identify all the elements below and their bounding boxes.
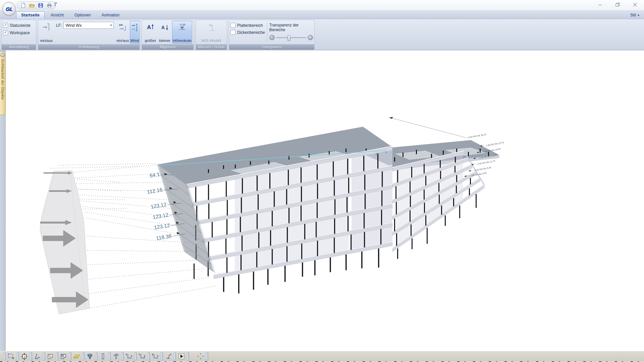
- chevron-down-icon: ▼: [637, 14, 640, 17]
- new-document-icon[interactable]: [20, 2, 26, 9]
- ribbon-tab-strip: Startseite Ansicht Optionen Animation St…: [0, 10, 644, 19]
- close-button[interactable]: [631, 1, 639, 8]
- kn-arrow-icon: kN: [118, 22, 127, 33]
- 3d-viewport[interactable]: 64.1112.16123.12123.12123.12118.38+2.60 …: [6, 50, 644, 351]
- toolbar-separator: [95, 352, 98, 360]
- toolbar-separator: [4, 352, 6, 360]
- minimize-button[interactable]: [596, 1, 604, 8]
- application-menu-button[interactable]: GL: [2, 2, 16, 15]
- transparency-plus-button[interactable]: +: [308, 35, 313, 40]
- visibility-panel-tab[interactable]: Sichtbarkeit der Objekte: [0, 52, 5, 115]
- group-caption-h-belastung: H-Belastung: [38, 44, 140, 50]
- text-increase-icon: A: [146, 22, 155, 33]
- svg-text:x: x: [157, 355, 158, 357]
- ms-model-icon: [207, 22, 216, 33]
- plate-outline-icon[interactable]: [46, 352, 55, 361]
- view-yx-icon[interactable]: yx: [151, 352, 160, 361]
- wind-load-value: 112.16: [147, 187, 163, 195]
- plate-region-icon[interactable]: [59, 352, 68, 361]
- group-allgemein: A größer A kleiner +2,85 Höhenkote: [142, 20, 194, 50]
- wind-load-value: 123.12: [150, 201, 167, 209]
- view-zy-icon[interactable]: zy: [138, 352, 147, 361]
- view-zx-icon[interactable]: zx: [125, 352, 133, 361]
- level-annotation: -2.35 OK=De 22.75: [485, 141, 504, 147]
- restore-button[interactable]: [613, 1, 622, 8]
- toolbar-separator: [108, 352, 111, 360]
- quick-access-customize-icon[interactable]: ▾: [54, 3, 57, 7]
- wind-load-value: 64.1: [149, 171, 160, 179]
- app-logo-icon: GL: [5, 6, 13, 12]
- play-animation-icon[interactable]: [177, 352, 186, 361]
- title-bar: GL ▾: [0, 0, 644, 10]
- toolbar-separator: [161, 352, 163, 360]
- load-case-dropdown[interactable]: Wind Wx ▼: [63, 22, 114, 29]
- transparency-minus-button[interactable]: −: [269, 35, 275, 40]
- hoehenkote-toggle-button[interactable]: +2,85 Höhenkote: [172, 21, 192, 44]
- dickenbereiche-checkbox[interactable]: ✓Dickenbereiche: [230, 30, 265, 35]
- load-cone-icon[interactable]: [86, 352, 94, 361]
- wind-arrows-icon: [130, 22, 139, 33]
- quick-access-toolbar: [17, 1, 56, 9]
- divider: [267, 22, 267, 42]
- toolbar-separator: [30, 352, 32, 360]
- level-annotation: -2.35 OK=De 9.35: [474, 166, 491, 172]
- statusleiste-checkbox[interactable]: ✓Statusleiste: [3, 23, 31, 28]
- toolbar-separator: [17, 352, 19, 360]
- group-massen-schub: M/S-Modell Massen / Schub: [196, 20, 227, 50]
- plattenbereich-checkbox[interactable]: ✓Plattenbereich: [230, 23, 265, 28]
- column-tool-icon[interactable]: [99, 352, 107, 361]
- sweep-brush-icon[interactable]: [112, 352, 120, 361]
- print-icon[interactable]: [46, 2, 53, 9]
- svg-text:A: A: [147, 24, 151, 31]
- group-caption-massen: Massen / Schub: [196, 44, 227, 50]
- wind-load-value: 123.12: [152, 212, 169, 220]
- svg-text:y: y: [152, 353, 153, 356]
- font-smaller-button[interactable]: A kleiner: [158, 21, 172, 44]
- coordinate-axes-icon[interactable]: [33, 352, 42, 361]
- toolbar-separator: [174, 352, 176, 360]
- h-load-toggle-button[interactable]: ein/aus: [40, 21, 53, 44]
- font-larger-button[interactable]: A größer: [143, 21, 158, 44]
- svg-text:y: y: [144, 355, 145, 357]
- tab-animation[interactable]: Animation: [97, 12, 124, 19]
- save-icon[interactable]: [37, 2, 44, 9]
- slab-hatch-icon[interactable]: [72, 352, 81, 361]
- toolbar-separator: [43, 352, 45, 360]
- level-annotation: -2.35 OK=De 12.70: [476, 160, 495, 165]
- text-decrease-icon: A: [160, 22, 169, 33]
- renumber-item-icon[interactable]: 1: [20, 352, 29, 361]
- workspace: Sichtbarkeit der Objekte 64.1112.16123.1…: [0, 50, 644, 351]
- svg-text:A: A: [161, 25, 165, 30]
- selection-window-icon[interactable]: [7, 352, 16, 361]
- ms-modell-button[interactable]: M/S-Modell: [197, 21, 225, 44]
- style-menu[interactable]: Stil ▼: [630, 13, 640, 19]
- transparency-slider[interactable]: [276, 37, 306, 38]
- tab-ansicht[interactable]: Ansicht: [46, 12, 68, 19]
- wind-load-value: 123.12: [154, 222, 170, 230]
- toolbar-separator: [69, 352, 71, 360]
- wind-toggle-button[interactable]: Wind: [130, 21, 140, 44]
- slider-thumb[interactable]: [287, 35, 290, 41]
- ribbon: ✓Statusleiste ✓Workspace Ausstattung ein…: [0, 19, 644, 50]
- kn-values-toggle-button[interactable]: kN ein/aus: [116, 21, 129, 44]
- svg-text:z: z: [170, 353, 171, 355]
- toolbar-separator: [148, 352, 150, 360]
- chevron-down-icon: ▼: [108, 24, 113, 27]
- toolbar-separator: [121, 352, 124, 360]
- fit-view-icon[interactable]: [196, 352, 205, 361]
- wind-load-value: 118.38: [156, 233, 172, 241]
- toolbar-separator: [82, 352, 85, 360]
- tab-startseite[interactable]: Startseite: [16, 11, 45, 19]
- tab-optionen[interactable]: Optionen: [70, 12, 96, 19]
- svg-text:kN: kN: [119, 23, 122, 26]
- svg-text:z: z: [126, 353, 127, 355]
- application-window: GL ▾: [0, 0, 644, 362]
- open-file-icon[interactable]: [29, 2, 35, 9]
- svg-text:+2,85: +2,85: [179, 23, 185, 26]
- group-caption-allgemein: Allgemein: [142, 44, 194, 50]
- transparency-slider-label: Transparenz der Bereiche: [269, 23, 313, 32]
- axis-z-icon[interactable]: z: [164, 352, 173, 361]
- workspace-checkbox[interactable]: ✓Workspace: [3, 30, 31, 35]
- svg-text:1: 1: [24, 355, 25, 358]
- window-controls: [596, 1, 639, 8]
